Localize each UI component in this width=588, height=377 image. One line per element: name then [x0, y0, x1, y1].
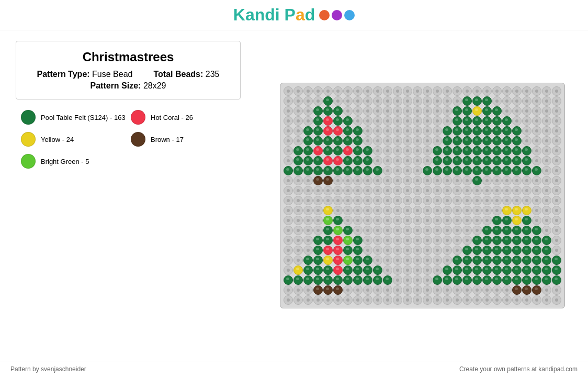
bead: [433, 285, 442, 295]
bead: [462, 156, 472, 165]
bead: [423, 216, 432, 225]
bead: [343, 186, 353, 195]
bead: [363, 206, 372, 215]
bead: [462, 86, 472, 96]
bead: [462, 176, 472, 185]
bead: [343, 216, 353, 225]
bead: [373, 216, 382, 225]
bead: [333, 216, 343, 225]
bead: [343, 166, 353, 175]
bead: [512, 206, 522, 215]
bead: [413, 285, 422, 295]
bead: [522, 236, 532, 245]
bead: [453, 256, 462, 265]
bead: [482, 136, 492, 146]
bead: [453, 206, 462, 215]
bead: [403, 206, 412, 215]
bead: [423, 106, 432, 116]
bead: [522, 246, 532, 255]
bead: [413, 166, 422, 175]
bead: [542, 166, 551, 175]
bead: [552, 106, 561, 116]
bead: [492, 166, 502, 175]
bead: [383, 265, 392, 275]
bead: [502, 206, 512, 215]
bead: [373, 126, 382, 136]
bead: [472, 256, 482, 265]
bead: [532, 176, 541, 185]
bead: [423, 226, 432, 235]
bead: [453, 146, 462, 156]
bead: [413, 176, 422, 185]
bead: [522, 116, 532, 126]
bead: [462, 285, 472, 295]
bead: [373, 146, 382, 156]
bead: [363, 285, 372, 295]
color-swatch-bright-green: [21, 154, 36, 169]
bead: [492, 236, 502, 245]
bead: [313, 146, 323, 156]
pattern-title-box: Christmastrees Pattern Type: Fuse Bead T…: [16, 41, 241, 99]
bead: [492, 246, 502, 255]
bead: [433, 126, 442, 136]
bead: [552, 196, 561, 205]
total-beads-label: Total Beads:: [153, 70, 203, 79]
bead: [542, 206, 551, 215]
bead: [512, 156, 522, 165]
bead: [472, 275, 482, 285]
bead: [393, 116, 402, 126]
bead: [423, 246, 432, 255]
bead: [502, 265, 512, 275]
bead: [462, 275, 472, 285]
bead: [323, 96, 333, 106]
bead: [413, 136, 422, 146]
bead: [433, 106, 442, 116]
bead: [323, 295, 333, 305]
bead: [343, 236, 353, 245]
bead: [403, 146, 412, 156]
bead: [482, 146, 492, 156]
bead: [373, 186, 382, 195]
bead: [512, 126, 522, 136]
bead: [423, 86, 432, 96]
bead: [313, 126, 323, 136]
bead: [383, 256, 392, 265]
bead: [542, 226, 551, 235]
bead: [313, 116, 323, 126]
bead: [482, 156, 492, 165]
bead: [343, 265, 353, 275]
bead: [492, 106, 502, 116]
bead: [383, 216, 392, 225]
bead: [552, 256, 561, 265]
bead: [403, 285, 412, 295]
bead: [532, 275, 541, 285]
bead: [502, 285, 512, 295]
bead: [293, 96, 303, 106]
bead: [542, 96, 551, 106]
bead: [472, 96, 482, 106]
bead: [482, 106, 492, 116]
bead: [532, 136, 541, 146]
bead: [453, 196, 462, 205]
total-beads-value: 235: [206, 70, 220, 79]
bead: [482, 295, 492, 305]
bead: [443, 86, 452, 96]
bead: [383, 146, 392, 156]
bead: [453, 136, 462, 146]
bead: [532, 106, 541, 116]
bead: [363, 236, 372, 245]
bead: [343, 246, 353, 255]
bead: [552, 285, 561, 295]
bead: [353, 216, 363, 225]
bead: [472, 216, 482, 225]
bead: [532, 246, 541, 255]
bead: [313, 226, 323, 235]
bead: [293, 275, 303, 285]
bead: [393, 126, 402, 136]
bead: [502, 136, 512, 146]
bead: [403, 86, 412, 96]
logo[interactable]: Kandi Pad: [233, 5, 355, 25]
bead: [462, 96, 472, 106]
bead: [383, 206, 392, 215]
bead: [383, 246, 392, 255]
